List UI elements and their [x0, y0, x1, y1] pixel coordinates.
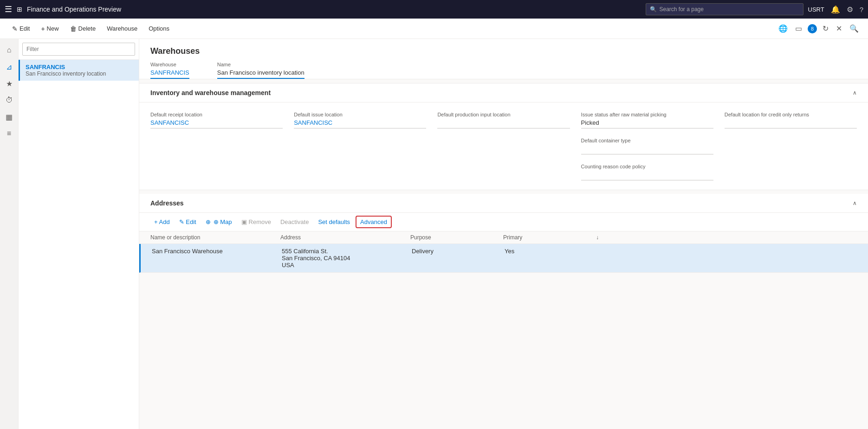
detail-panel: Warehouses Warehouse SANFRANCIS Name San… — [139, 39, 868, 429]
waffle-icon[interactable]: ⊞ — [17, 6, 22, 13]
inventory-section: Inventory and warehouse management ∧ Def… — [139, 83, 868, 190]
toolbar-right: 🌐 ▭ 8 ↻ ✕ 🔍 — [777, 22, 861, 35]
addresses-toolbar: + Add ✎ Edit ⊕ ⊕ Map ▣ Remove Deactivate — [139, 213, 868, 231]
options-button[interactable]: Options — [144, 22, 174, 35]
remove-address-button[interactable]: ▣ Remove — [238, 217, 275, 227]
list-panel: SANFRANCIS San Francisco inventory locat… — [19, 39, 139, 429]
top-nav-right: USRT 🔔 ⚙ ? — [808, 5, 864, 14]
address-table: Name or description Address Purpose Prim… — [139, 231, 868, 273]
warehouse-fields: Warehouse SANFRANCIS Name San Francisco … — [150, 62, 857, 79]
close-icon[interactable]: ✕ — [834, 22, 844, 35]
name-field: Name San Francisco inventory location — [217, 62, 304, 79]
help-icon[interactable]: ? — [860, 6, 863, 13]
inventory-section-body: Default receipt location SANFANCISC Defa… — [139, 102, 868, 190]
default-receipt-field: Default receipt location SANFANCISC — [150, 112, 283, 128]
default-issue-field: Default issue location SANFANCISC — [294, 112, 426, 128]
new-button[interactable]: + New — [36, 22, 63, 35]
map-address-button[interactable]: ⊕ ⊕ Map — [202, 217, 236, 227]
top-nav: ☰ ⊞ Finance and Operations Preview 🔍 Sea… — [0, 0, 868, 19]
advanced-button[interactable]: Advanced — [356, 216, 392, 228]
home-icon[interactable]: ⌂ — [2, 43, 17, 58]
dashboard-icon[interactable]: ▦ — [2, 109, 17, 124]
set-defaults-button[interactable]: Set defaults — [314, 217, 354, 227]
credit-returns-field: Default location for credit only returns — [725, 112, 857, 128]
issue-status-field: Issue status after raw material picking … — [581, 112, 713, 128]
notification-badge[interactable]: 8 — [808, 24, 817, 33]
search-placeholder: Search for a page — [660, 6, 704, 13]
tablet-icon[interactable]: ▭ — [793, 22, 804, 35]
inventory-section-title: Inventory and warehouse management — [150, 89, 271, 96]
row-address: 555 California St.San Francisco, CA 9410… — [282, 248, 412, 269]
addresses-header[interactable]: Addresses ∧ — [139, 194, 868, 213]
inventory-chevron-icon: ∧ — [853, 90, 857, 96]
add-address-button[interactable]: + Add — [150, 217, 174, 227]
inventory-form-grid-2: Default container type — [150, 138, 857, 154]
address-table-row[interactable]: San Francisco Warehouse 555 California S… — [139, 244, 868, 273]
recent-icon[interactable]: ⏱ — [2, 93, 17, 108]
list-item-name: San Francisco inventory location — [26, 70, 133, 77]
search-icon: 🔍 — [650, 6, 657, 13]
page-title: Warehouses — [150, 46, 857, 56]
gear-icon[interactable]: ⚙ — [847, 5, 853, 14]
addresses-section: Addresses ∧ + Add ✎ Edit ⊕ ⊕ Map ▣ Remov… — [139, 194, 868, 273]
main-layout: ⌂ ⊿ ★ ⏱ ▦ ≡ SANFRANCIS San Francisco inv… — [0, 39, 868, 429]
filter-icon[interactable]: ⊿ — [2, 59, 17, 74]
row-primary: Yes — [505, 248, 597, 255]
trash-icon: 🗑 — [70, 25, 77, 32]
list-item-id: SANFRANCIS — [26, 64, 133, 70]
favorites-icon[interactable]: ★ — [2, 76, 17, 91]
list-item[interactable]: SANFRANCIS San Francisco inventory locat… — [19, 60, 139, 81]
globe-icon[interactable]: 🌐 — [777, 22, 790, 35]
remove-icon: ▣ — [241, 218, 247, 225]
warehouse-value[interactable]: SANFRANCIS — [150, 69, 189, 79]
sort-icon[interactable]: ↓ — [596, 234, 599, 241]
inventory-section-header[interactable]: Inventory and warehouse management ∧ — [139, 83, 868, 102]
name-value: San Francisco inventory location — [217, 69, 304, 79]
counting-policy-field: Counting reason code policy — [581, 164, 713, 180]
plus-icon: + — [41, 25, 45, 32]
row-name: San Francisco Warehouse — [152, 248, 282, 255]
address-table-header: Name or description Address Purpose Prim… — [139, 231, 868, 244]
bell-icon[interactable]: 🔔 — [831, 5, 840, 14]
deactivate-address-button[interactable]: Deactivate — [277, 217, 312, 227]
inventory-form-grid-3: Counting reason code policy — [150, 164, 857, 180]
row-purpose: Delivery — [412, 248, 505, 255]
edit-icon: ✎ — [12, 25, 18, 32]
search-bar[interactable]: 🔍 Search for a page — [646, 3, 803, 15]
col-header-address: Address — [280, 234, 410, 241]
filter-area — [19, 39, 139, 60]
container-type-field: Default container type — [581, 138, 713, 154]
search-cmd-icon[interactable]: 🔍 — [848, 22, 861, 35]
command-bar: ✎ Edit + New 🗑 Delete Warehouse Options … — [0, 19, 868, 39]
app-title: Finance and Operations Preview — [27, 6, 641, 13]
delete-button[interactable]: 🗑 Delete — [65, 22, 101, 35]
edit-address-button[interactable]: ✎ Edit — [175, 217, 200, 227]
col-header-purpose: Purpose — [410, 234, 503, 241]
col-header-sort: ↓ — [596, 234, 615, 241]
warehouses-header: Warehouses Warehouse SANFRANCIS Name San… — [139, 39, 868, 79]
user-label: USRT — [808, 6, 824, 13]
warehouse-field: Warehouse SANFRANCIS — [150, 62, 189, 79]
edit-button[interactable]: ✎ Edit — [7, 22, 34, 35]
default-production-field: Default production input location — [437, 112, 570, 128]
hamburger-icon[interactable]: ☰ — [5, 4, 12, 14]
map-icon: ⊕ — [206, 218, 211, 225]
col-header-primary: Primary — [503, 234, 596, 241]
addresses-title: Addresses — [150, 199, 184, 207]
warehouse-button[interactable]: Warehouse — [102, 22, 142, 35]
sidebar-icons: ⌂ ⊿ ★ ⏱ ▦ ≡ — [0, 39, 19, 429]
filter-input[interactable] — [22, 43, 135, 56]
inventory-form-grid: Default receipt location SANFANCISC Defa… — [150, 112, 857, 128]
addresses-chevron-icon: ∧ — [853, 200, 857, 206]
list-icon[interactable]: ≡ — [2, 126, 17, 141]
refresh-icon[interactable]: ↻ — [821, 22, 830, 35]
col-header-name: Name or description — [150, 234, 280, 241]
